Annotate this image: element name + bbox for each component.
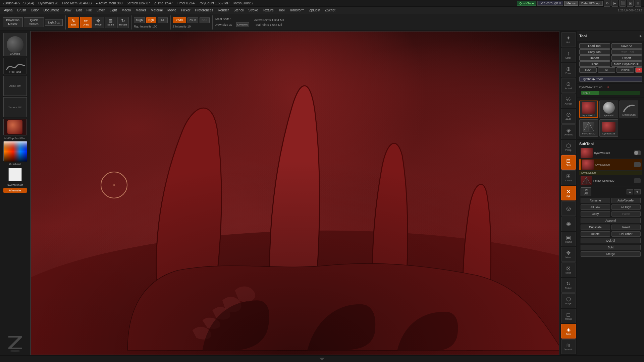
subtool-toggle-2[interactable]	[634, 162, 641, 167]
color-picker[interactable]	[3, 141, 27, 161]
menu-layer[interactable]: Layer	[95, 8, 107, 13]
canvas-area[interactable]	[30, 31, 559, 355]
solo-icon-btn[interactable]: ◈ Solo	[561, 324, 576, 339]
mrgb-button[interactable]: Mrgb	[134, 17, 145, 23]
paste-tool-button[interactable]: Paste Tool	[611, 49, 642, 55]
append-button[interactable]: Append	[581, 218, 641, 223]
tool-expand-icon[interactable]: ▶	[640, 34, 642, 38]
lightbox-tools-button[interactable]: Lightbox▶ Tools	[579, 76, 642, 82]
autoreorder-button[interactable]: AutoReorder	[611, 198, 641, 203]
subtool-item-dynawax28[interactable]: DynaWax28	[581, 159, 642, 171]
alpha-thumbnail[interactable]: Alpha Off	[3, 76, 27, 96]
icon-ctrl2[interactable]: ▶	[611, 0, 618, 7]
see-through-button[interactable]: See-through 0	[537, 1, 563, 6]
menus-button[interactable]: Menus	[564, 1, 578, 6]
quicksave-button[interactable]: QuickSave	[517, 1, 536, 6]
scale-mode-icon[interactable]: ⊠ Scale	[105, 17, 116, 28]
icon-ctrl5[interactable]: ⊞	[635, 0, 641, 7]
menu-zscript[interactable]: ZScript	[323, 8, 337, 13]
menu-brush[interactable]: Brush	[15, 8, 28, 13]
quick-sketch-button[interactable]: Quick Sketch	[24, 17, 44, 27]
zsub-button[interactable]: Zsub	[187, 17, 198, 23]
texture-thumbnail[interactable]: Texture Off	[3, 97, 27, 117]
del-all-button[interactable]: Del All	[581, 238, 641, 243]
insert-button[interactable]: Insert	[611, 225, 641, 230]
import-button[interactable]: Import	[579, 55, 610, 61]
menu-file[interactable]: File	[85, 8, 94, 13]
subtool-paste-button[interactable]: Paste	[611, 211, 641, 217]
move-icon-btn[interactable]: ✥ Move	[561, 247, 576, 262]
menu-light[interactable]: Light	[108, 8, 119, 13]
dynamic-icon-btn[interactable]: ◈ Dynamic	[561, 124, 576, 139]
icon-ctrl3[interactable]: ⬛	[619, 0, 626, 7]
menu-tool[interactable]: Tool	[276, 8, 286, 13]
rotate-mode-icon[interactable]: ↻ Rotate	[117, 17, 129, 28]
all-button[interactable]: All	[598, 67, 615, 73]
brush-freehand-thumb[interactable]: FreeHand	[3, 58, 27, 74]
rgb-button[interactable]: Rgb	[146, 17, 156, 23]
zoom-icon-btn[interactable]: ⊕ Zoom	[561, 63, 576, 78]
alternate-button[interactable]: Alternate	[3, 188, 27, 193]
load-tool-button[interactable]: Load Tool	[579, 43, 610, 49]
subtool-down-button[interactable]: ▼	[634, 189, 641, 194]
subtool-item-dynawax128[interactable]: DynaWax128	[579, 147, 642, 159]
menu-alpha[interactable]: Alpha	[2, 8, 15, 13]
edit-mode-icon[interactable]: ✎ Edit	[68, 17, 79, 28]
split-button[interactable]: Split	[581, 245, 641, 250]
scale-icon-btn[interactable]: ⊠ Scale	[561, 262, 576, 277]
menu-marker[interactable]: Marker	[133, 8, 148, 13]
menu-edit[interactable]: Edit	[74, 8, 84, 13]
polymesh3d-thumb[interactable]: PolyMesh3D	[579, 119, 598, 137]
persp-icon-btn[interactable]: ⬡ Persp	[561, 140, 576, 155]
menu-preferences[interactable]: Preferences	[193, 8, 215, 13]
xyz-icon-btn[interactable]: ✕ Xyz	[561, 186, 576, 200]
icon-ctrl4[interactable]: ▣	[627, 0, 634, 7]
brill-icon-btn[interactable]: ✦ Brill	[561, 32, 576, 47]
actual-icon-btn[interactable]: ⊙ Actual	[561, 78, 576, 93]
default-zscript-button[interactable]: DefaultZScript	[579, 1, 603, 6]
dynawax-thumb[interactable]: DynaWax3.2	[579, 101, 598, 118]
copy-tool-button[interactable]: Copy Tool	[579, 49, 610, 55]
menu-stencil[interactable]: Stencil	[231, 8, 246, 13]
subtool-item-pm3d[interactable]: PM3D_Sphere3D	[579, 175, 642, 186]
menu-movie[interactable]: Movie	[165, 8, 178, 13]
merge-button[interactable]: Merge	[581, 251, 641, 257]
all-high-button[interactable]: All High	[611, 204, 641, 210]
menu-color[interactable]: Color	[29, 8, 41, 13]
make-polymesh-button[interactable]: Make PolyMesh3D	[611, 61, 642, 67]
transp-icon-btn[interactable]: ◻ Transp	[561, 309, 576, 323]
menu-stroke[interactable]: Stroke	[246, 8, 260, 13]
move-mode-icon[interactable]: ✥ Move	[93, 17, 104, 28]
menu-transform[interactable]: Transform	[287, 8, 306, 13]
menu-material[interactable]: Material	[149, 8, 165, 13]
menu-zplugin[interactable]: Zplugin	[307, 8, 322, 13]
menu-draw[interactable]: Draw	[61, 8, 73, 13]
menu-picker[interactable]: Picker	[179, 8, 193, 13]
subtool-copy-button[interactable]: Copy	[581, 211, 610, 217]
rotate-icon-btn[interactable]: ↻ Rotate	[561, 278, 576, 293]
spix-slider[interactable]: SPix 3	[581, 91, 640, 95]
menu-macro[interactable]: Macro	[120, 8, 133, 13]
icon-c1[interactable]: ◎	[561, 201, 576, 216]
bottom-expand-arrow[interactable]	[319, 358, 325, 360]
zadd-button[interactable]: Zadd	[173, 17, 186, 23]
material-swatch[interactable]	[3, 119, 27, 135]
polyf-icon-btn[interactable]: ⬡ PolyF	[561, 293, 576, 308]
del-other-button[interactable]: Del Other	[611, 231, 641, 237]
dynamic-btn[interactable]: Dynamic	[236, 22, 249, 27]
menu-texture[interactable]: Texture	[261, 8, 276, 13]
subtool-toggle-3[interactable]	[634, 178, 641, 183]
scroll-icon-btn[interactable]: ↕ Scroll	[561, 48, 576, 62]
aaalt-icon-btn[interactable]: ∅ AAAlt	[561, 109, 576, 124]
menu-render[interactable]: Render	[216, 8, 231, 13]
save-as-button[interactable]: Save As	[611, 43, 642, 49]
zcut-button[interactable]: Zcut	[200, 17, 210, 23]
goz-button[interactable]: GoZ	[579, 67, 597, 73]
brush-crumple-thumb[interactable]: Crumple	[3, 33, 27, 56]
simplebrush-thumb[interactable]: SimpleBrush	[620, 101, 638, 118]
aahalf-icon-btn[interactable]: ½ AAHalf	[561, 94, 576, 108]
draw-mode-icon[interactable]: ✏ Draw	[80, 17, 92, 28]
r-button[interactable]: R	[635, 67, 642, 73]
dynamic2-icon-btn[interactable]: ≋ Dynamic	[561, 339, 576, 354]
icon-c2[interactable]: ◉	[561, 217, 576, 231]
